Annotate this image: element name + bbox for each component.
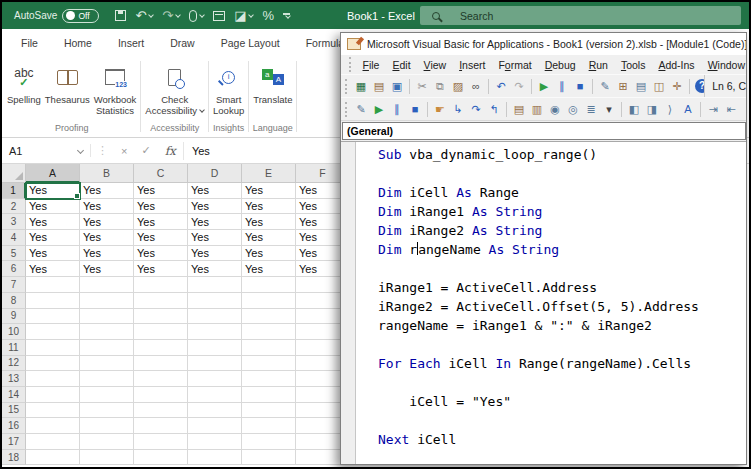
tab-page-layout[interactable]: Page Layout <box>208 37 293 49</box>
row-header-4[interactable]: 4 <box>2 230 26 246</box>
row-header-3[interactable]: 3 <box>2 214 26 230</box>
tab-file[interactable]: File <box>8 37 51 49</box>
cell-A3[interactable]: Yes <box>26 214 80 230</box>
menu-run[interactable]: Run <box>582 59 614 71</box>
cell-A1[interactable]: Yes <box>26 183 80 199</box>
code-line-12[interactable]: For Each iCell In Range(rangeName).Cells <box>378 354 746 373</box>
dropdown-chevron-icon[interactable] <box>175 12 181 18</box>
parameter-info-icon[interactable]: ⟩ <box>661 100 679 118</box>
cell-D17[interactable] <box>188 434 242 450</box>
cell-B14[interactable] <box>80 387 134 403</box>
break-icon[interactable]: ∥ <box>388 100 406 118</box>
code-line-15[interactable] <box>378 411 746 430</box>
cell-A13[interactable] <box>26 371 80 387</box>
menu-tools[interactable]: Tools <box>614 59 652 71</box>
properties-window-icon[interactable]: ▤ <box>632 77 650 95</box>
name-box-chevron-icon[interactable] <box>77 147 84 154</box>
cell-D8[interactable] <box>188 293 242 309</box>
row-header-14[interactable]: 14 <box>2 387 26 403</box>
cell-B5[interactable]: Yes <box>80 246 134 262</box>
cell-D14[interactable] <box>188 387 242 403</box>
code-line-13[interactable] <box>378 373 746 392</box>
cell-E18[interactable] <box>242 450 296 466</box>
row-header-1[interactable]: 1 <box>2 183 26 199</box>
cell-D2[interactable]: Yes <box>188 199 242 215</box>
cell-E15[interactable] <box>242 403 296 419</box>
cell-E11[interactable] <box>242 340 296 356</box>
toolbar-grip[interactable] <box>345 102 348 117</box>
cell-C4[interactable]: Yes <box>134 230 188 246</box>
row-header-9[interactable]: 9 <box>2 309 26 325</box>
immediate-window-icon[interactable]: ▥ <box>528 100 546 118</box>
cut-icon[interactable]: ✂ <box>413 77 431 95</box>
row-header-11[interactable]: 11 <box>2 340 26 356</box>
cell-B8[interactable] <box>80 293 134 309</box>
cell-B15[interactable] <box>80 403 134 419</box>
code-line-11[interactable] <box>378 335 746 354</box>
row-header-6[interactable]: 6 <box>2 261 26 277</box>
cell-C5[interactable]: Yes <box>134 246 188 262</box>
translate-button[interactable]: aATranslate <box>251 59 294 107</box>
form-icon[interactable] <box>209 6 229 26</box>
row-header-18[interactable]: 18 <box>2 450 26 466</box>
menu-file[interactable]: File <box>356 59 386 71</box>
code-editor[interactable]: Sub vba_dynamic_loop_range()Dim iCell As… <box>356 142 746 464</box>
break-icon[interactable]: ∥ <box>553 77 571 95</box>
cell-D15[interactable] <box>188 403 242 419</box>
cell-C13[interactable] <box>134 371 188 387</box>
menu-window[interactable]: Window <box>701 59 747 71</box>
cell-E14[interactable] <box>242 387 296 403</box>
design-mode-icon[interactable]: ✎ <box>352 100 370 118</box>
cell-B2[interactable]: Yes <box>80 199 134 215</box>
cell-C12[interactable] <box>134 356 188 372</box>
autosave-pill[interactable]: Off <box>62 9 99 23</box>
cell-A18[interactable] <box>26 450 80 466</box>
cell-A11[interactable] <box>26 340 80 356</box>
cell-E6[interactable]: Yes <box>242 261 296 277</box>
code-line-14[interactable]: iCell = "Yes" <box>378 392 746 411</box>
cell-A9[interactable] <box>26 309 80 325</box>
cell-A15[interactable] <box>26 403 80 419</box>
search-box[interactable]: Search <box>420 6 741 25</box>
cell-D7[interactable] <box>188 277 242 293</box>
reset-icon[interactable]: ■ <box>406 100 424 118</box>
menu-edit[interactable]: Edit <box>386 59 417 71</box>
cell-E3[interactable]: Yes <box>242 214 296 230</box>
step-over-icon[interactable]: ↷ <box>467 100 485 118</box>
undo-icon[interactable]: ↶ <box>131 6 157 26</box>
cell-B11[interactable] <box>80 340 134 356</box>
paste-icon[interactable]: ▨ <box>449 77 467 95</box>
cell-A6[interactable]: Yes <box>26 261 80 277</box>
workbook-statistics-button[interactable]: WorkbookStatistics <box>92 59 139 119</box>
outdent-icon[interactable]: ⇤ <box>722 100 740 118</box>
cell-A10[interactable] <box>26 324 80 340</box>
row-header-16[interactable]: 16 <box>2 418 26 434</box>
cell-C8[interactable] <box>134 293 188 309</box>
cell-A7[interactable] <box>26 277 80 293</box>
view-object-icon[interactable]: ▤ <box>370 77 388 95</box>
vba-titlebar[interactable]: Microsoft Visual Basic for Applications … <box>341 33 746 55</box>
dropdown-chevron-icon[interactable] <box>199 12 205 18</box>
cancel-button[interactable]: × <box>114 145 134 157</box>
cell-C6[interactable]: Yes <box>134 261 188 277</box>
menu-add-ins[interactable]: Add-Ins <box>652 59 701 71</box>
cell-A12[interactable] <box>26 356 80 372</box>
cell-D11[interactable] <box>188 340 242 356</box>
enter-button[interactable]: ✓ <box>134 144 157 157</box>
cell-E10[interactable] <box>242 324 296 340</box>
object-dropdown[interactable]: (General) <box>342 122 746 140</box>
cell-E2[interactable]: Yes <box>242 199 296 215</box>
number-format-icon[interactable]: % <box>258 6 278 26</box>
cell-E8[interactable] <box>242 293 296 309</box>
complete-word-icon[interactable]: A <box>679 100 697 118</box>
customize-qat-icon[interactable] <box>279 6 294 26</box>
cell-C1[interactable]: Yes <box>134 183 188 199</box>
call-stack-icon[interactable]: ≣ <box>582 100 600 118</box>
tab-draw[interactable]: Draw <box>157 37 208 49</box>
cell-D18[interactable] <box>188 450 242 466</box>
redo-icon[interactable]: ↷ <box>158 6 184 26</box>
cell-E17[interactable] <box>242 434 296 450</box>
row-header-13[interactable]: 13 <box>2 371 26 387</box>
cell-C16[interactable] <box>134 418 188 434</box>
tab-insert[interactable]: Insert <box>105 37 157 49</box>
